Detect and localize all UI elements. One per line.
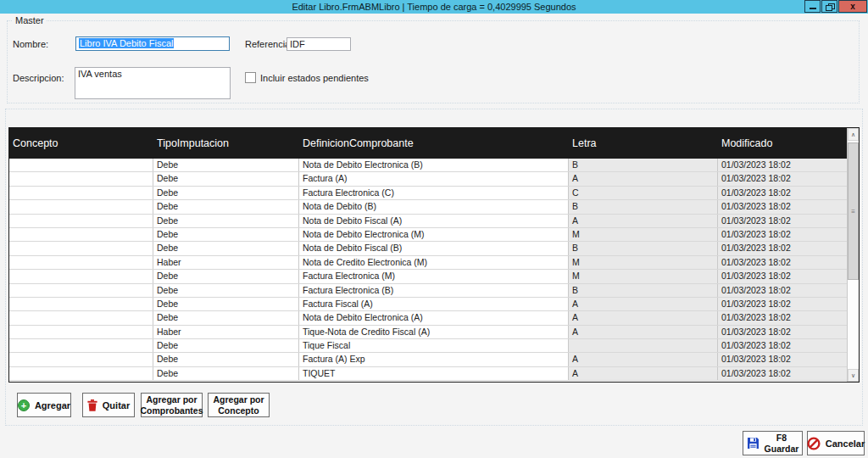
referencia-label: Referencia: [245,39,292,49]
chevron-up-icon: ∧ [851,131,855,137]
titlebar[interactable]: Editar Libro.FrmABMLibro | Tiempo de car… [0,0,868,14]
cell-letra: A [569,367,718,380]
table-row[interactable]: Debe Nota de Debito Fiscal (B) B 01/03/2… [9,242,847,255]
quitar-button[interactable]: Quitar [82,393,135,417]
cell-modificado: 01/03/2023 18:02 [718,242,847,254]
table-row[interactable]: Debe Factura Electronica (B) B 01/03/202… [9,284,847,298]
column-header-tipoimputacion[interactable]: TipoImputacion [153,128,299,159]
nombre-selected-text: Libro IVA Debito Fiscal [79,38,174,48]
window-controls: x [804,0,867,13]
guardar-button[interactable]: F8 Guardar [743,431,803,455]
cell-modificado: 01/03/2023 18:02 [718,215,847,227]
cell-letra: M [569,270,718,282]
cell-tipoimputacion: Debe [153,200,299,213]
scroll-down-button[interactable]: ∨ [848,369,859,382]
cell-tipoimputacion: Debe [153,284,299,297]
cell-letra: A [569,172,718,185]
cell-definicioncomprobante: Factura Fiscal (A) [299,298,569,310]
column-header-definicioncomprobante[interactable]: DefinicionComprobante [299,128,569,159]
cell-letra: B [569,200,718,213]
cell-modificado: 01/03/2023 18:02 [718,172,847,185]
table-row[interactable]: Debe TIQUET A 01/03/2023 18:02 [9,367,847,381]
grid-rows: Debe Nota de Debito Electronica (B) B 01… [9,159,847,382]
cancelar-label: Cancelar [826,438,865,449]
cell-concepto [9,367,153,380]
table-row[interactable]: Debe Nota de Debito Fiscal (A) A 01/03/2… [9,215,847,228]
cell-tipoimputacion: Debe [153,159,299,171]
cell-letra: A [569,298,718,310]
nombre-label: Nombre: [13,39,48,49]
table-row[interactable]: Debe Nota de Debito Electronica (M) M 01… [9,228,847,242]
scroll-up-button[interactable]: ∧ [848,128,859,141]
cell-modificado: 01/03/2023 18:02 [718,311,847,324]
cell-modificado: 01/03/2023 18:02 [718,270,847,282]
column-header-modificado[interactable]: Modificado [718,128,847,159]
cell-concepto [9,353,153,366]
cell-modificado: 01/03/2023 18:02 [718,256,847,269]
table-row[interactable]: Debe Factura (A) A 01/03/2023 18:02 [9,172,847,186]
cell-concepto [9,242,153,254]
cell-definicioncomprobante: Factura Electronica (C) [299,187,569,199]
cell-tipoimputacion: Debe [153,339,299,352]
cell-concepto [9,256,153,269]
cell-definicioncomprobante: Factura (A) Exp [299,353,569,366]
restore-button[interactable] [821,0,837,13]
grip-icon: ≡ [851,208,855,215]
descripcion-textarea[interactable]: IVA ventas [75,67,231,99]
cell-tipoimputacion: Debe [153,367,299,380]
table-row[interactable]: Debe Factura Electronica (C) C 01/03/202… [9,187,847,200]
table-row[interactable]: Haber Tique-Nota de Credito Fiscal (A) A… [9,326,847,339]
table-row[interactable]: Debe Factura Fiscal (A) A 01/03/2023 18:… [9,298,847,311]
scrollbar-thumb[interactable]: ≡ [848,142,859,280]
incluir-pendientes-checkbox[interactable] [245,72,256,83]
cell-tipoimputacion: Debe [153,228,299,241]
cell-definicioncomprobante: Nota de Debito Electronica (B) [299,159,569,171]
cell-concepto [9,172,153,185]
master-group-label: Master [13,15,47,25]
plus-icon: + [18,399,30,411]
cancelar-button[interactable]: Cancelar [807,431,865,455]
cell-concepto [9,200,153,213]
cell-tipoimputacion: Haber [153,326,299,338]
table-row[interactable]: Haber Nota de Credito Electronica (M) M … [9,256,847,270]
cell-definicioncomprobante: TIQUET [299,367,569,380]
cell-modificado: 01/03/2023 18:02 [718,339,847,352]
cell-concepto [9,298,153,310]
table-row[interactable]: Debe Nota de Debito Electronica (B) B 01… [9,159,847,172]
table-row[interactable]: Debe Nota de Debito Electronica (A) A 01… [9,311,847,325]
minimize-button[interactable] [804,0,821,13]
table-row[interactable]: Debe Factura (A) Exp A 01/03/2023 18:02 [9,353,847,366]
cell-definicioncomprobante: Tique Fiscal [299,339,569,352]
close-button[interactable]: x [838,0,867,13]
column-header-letra[interactable]: Letra [569,128,718,159]
cell-concepto [9,284,153,297]
table-row[interactable]: Debe Nota de Debito (B) B 01/03/2023 18:… [9,200,847,214]
agregar-button[interactable]: + Agregar [17,393,71,417]
grid-header: Concepto TipoImputacion DefinicionCompro… [9,128,847,159]
cell-definicioncomprobante: Nota de Debito Fiscal (B) [299,242,569,254]
cell-modificado: 01/03/2023 18:02 [718,367,847,380]
agregar-por-concepto-button[interactable]: Agregar por Concepto [208,393,270,417]
referencia-input[interactable]: IDF [287,37,351,51]
cell-modificado: 01/03/2023 18:02 [718,353,847,366]
cell-tipoimputacion: Debe [153,311,299,324]
cancel-icon [807,437,821,450]
cell-letra: A [569,215,718,227]
cell-letra: A [569,326,718,338]
table-row[interactable]: Debe Factura Electronica (M) M 01/03/202… [9,270,847,283]
cell-definicioncomprobante: Nota de Debito (B) [299,200,569,213]
cell-concepto [9,311,153,324]
cell-letra: M [569,228,718,241]
cell-tipoimputacion: Debe [153,242,299,254]
restore-icon [826,3,833,10]
cell-modificado: 01/03/2023 18:02 [718,228,847,241]
cell-concepto [9,228,153,241]
cell-concepto [9,326,153,338]
vertical-scrollbar[interactable]: ∧ ≡ ∨ [847,128,859,382]
agregar-por-comprobantes-button[interactable]: Agregar por Comprobantes [141,393,203,417]
column-header-concepto[interactable]: Concepto [9,128,153,159]
nombre-input[interactable]: Libro IVA Debito Fiscal [75,36,230,51]
cell-tipoimputacion: Haber [153,256,299,269]
cell-tipoimputacion: Debe [153,215,299,227]
table-row[interactable]: Debe Tique Fiscal 01/03/2023 18:02 [9,339,847,353]
